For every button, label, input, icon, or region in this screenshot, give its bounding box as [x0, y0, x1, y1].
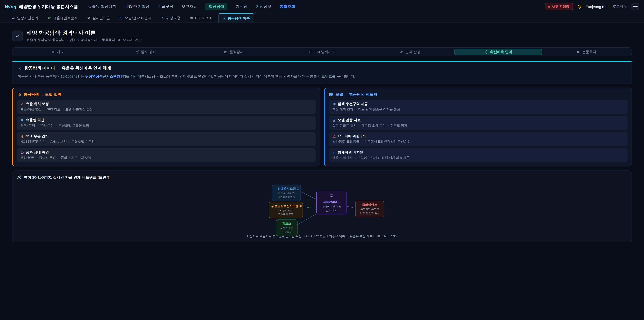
tab-overview[interactable]: 개요: [14, 49, 102, 55]
nav-item-hns-atmospheric[interactable]: HNS·대기확산: [124, 4, 149, 9]
bell-icon[interactable]: [577, 5, 581, 9]
card-search-to-model-title: 항공탐색 → 모델 입력: [17, 92, 316, 97]
node-line: SST(NGSST): [271, 209, 300, 212]
subnav-item-pollution-ship-3d[interactable]: 오염/선박3D분석: [116, 14, 155, 23]
map-icon: [309, 50, 312, 54]
plane-icon: [136, 50, 139, 54]
tab-esi-map[interactable]: ESI 방제지도: [278, 49, 366, 55]
flow-item-priority-search-zone: 탐색 우선구역 제공 확산 예측 결과 → 다음 탐색 집중구역 자동 생성: [329, 100, 628, 114]
subnav-label: 오염/선박3D분석: [125, 16, 152, 20]
linkage-intro-desc: 이문진 박사 특허(등록특허 10-1567431)는 위성영상수신시스템(SS…: [18, 74, 626, 79]
user-name[interactable]: Eunjeong Kim: [586, 5, 608, 9]
asterisk-icon: [48, 16, 51, 20]
flow-item-sst-temperature-input: SST 수온 입력 NGSST FTP 수신 → Akima 보간 → 풍화모델…: [17, 132, 316, 146]
nav-item-integrated-search[interactable]: 통합조회: [280, 4, 295, 9]
flow-item-title: SST 수온 입력: [26, 134, 49, 139]
hamburger-menu-icon[interactable]: [631, 3, 639, 10]
subnav-item-image-photo-mgmt[interactable]: 영상사진관리: [8, 14, 42, 23]
node-satellite-receiver[interactable]: 위성영상수신시스템 ③ SST(NGSST) 도호쿠대 FTP: [269, 202, 303, 218]
wing-logo: Wing: [5, 4, 16, 9]
node-line: 모델 구동: [319, 209, 344, 212]
incident-status-badge[interactable]: 사고 진행중: [544, 3, 573, 10]
node-title: 클라이언트: [358, 203, 381, 207]
subnav-item-realtime-drone[interactable]: 실시간드론: [83, 14, 114, 23]
flow-item-title: 방제자원 배치안: [338, 150, 364, 155]
flow-item-desc: 색상 분류 → 증발비 추정 → 풍화모델 초기값 보정: [20, 156, 312, 160]
radar-icon: [224, 50, 228, 54]
card-title-text: 항공탐색 → 모델 입력: [24, 92, 62, 97]
nav-item-aerial-search[interactable]: 항공탐색: [206, 3, 228, 11]
doc-chart-icon: [15, 33, 20, 39]
app-title: 해양환경 위기대응 통합시스템: [19, 4, 78, 10]
tab-area-calculation[interactable]: 면적 산정: [366, 49, 454, 55]
nav-item-weather-info[interactable]: 기상정보: [256, 4, 271, 9]
flow-item-title: 모델 검증 자료: [338, 118, 361, 123]
tab-prediction-linkage[interactable]: 확산예측 연계: [454, 49, 542, 55]
tab-label: ESI 방제지도: [314, 50, 335, 54]
node-tide-station[interactable]: 검조소 실시간 조위 조석정보: [276, 219, 298, 236]
subnav-label: 실시간드론: [92, 16, 110, 20]
thermometer-icon: [20, 135, 24, 138]
subnav-item-satellite-request[interactable]: 위성요청: [157, 14, 184, 23]
flow-item-title: 유출 위치 보정: [26, 102, 49, 106]
page-head: 해양 항공탐색·원격탐사 이론 유출유 원격탐지·항공감시 기법·ESI 방제정…: [12, 30, 632, 42]
node-title: 서버(WING): [319, 200, 344, 204]
node-line: 국립환경과학원: [275, 196, 298, 199]
tab-detection-equipment[interactable]: 탐지 장비: [102, 49, 190, 55]
node-title: 위성영상수신시스템 ③: [271, 204, 300, 208]
flow-item-response-resource-plan: 방제자원 배치안 예측 도달시간 → 오일펜스·방제정 최적 배치 좌표 제공: [329, 148, 628, 162]
flow-item-desc: 실측 유출유 위치 ↔ 예측값 오차 분석 → 정확도 평가: [332, 124, 624, 128]
card-title-text: 모델 → 항공탐색 피드백: [336, 92, 377, 97]
satellite-icon: [161, 16, 164, 20]
network-diagram: 기상예측시스템 ① 바람·기온·기압 국립환경과학원 위성영상수신시스템 ③ S…: [17, 182, 627, 233]
network-title: 특허 10-1567431 실시간 자료 연계 네트워크 (도면 9): [17, 175, 627, 180]
subnav-item-cctv-view[interactable]: CCTV 조회: [186, 14, 216, 23]
flow-item-desc: 확산경로×ESI 등급 → 항공탐색 ESI 현장확인 우선순위: [332, 140, 624, 144]
tab-label: 논문특허: [582, 50, 596, 54]
node-line: 데이터 수신·처리: [319, 205, 344, 208]
subnav-item-oil-area-analysis[interactable]: 유출유면적분석: [44, 14, 81, 23]
brand[interactable]: Wing 해양환경 위기대응 통합시스템: [5, 4, 78, 10]
node-line: 입력 및 결과 수신: [358, 212, 381, 215]
node-line: 유출지점·유출량: [358, 208, 381, 211]
siren-icon: [332, 135, 336, 138]
tab-label: 탐지 장비: [141, 50, 156, 54]
palette-icon: [20, 151, 24, 154]
flow-item-desc: 확산 예측 결과 → 다음 탐색 집중구역 자동 생성: [332, 107, 624, 112]
intro-desc-before: 이문진 박사 특허(등록특허 10-1567431)는: [18, 74, 85, 78]
tab-label: 원격탐사: [230, 50, 244, 54]
drone-icon: [87, 16, 90, 20]
card-model-to-search-title: 모델 → 항공탐색 피드백: [329, 92, 628, 97]
sst-system-link[interactable]: 위성영상수신시스템(SST): [85, 74, 126, 78]
flow-item-title: 풍화 상태 확인: [26, 150, 49, 155]
antenna-icon: [17, 93, 21, 97]
box-icon: [20, 119, 24, 122]
subnav-label: 항공탐색 이론: [228, 16, 250, 21]
flow-item-title: 유출량 역산: [26, 118, 44, 123]
doc-chart-icon: [222, 17, 226, 20]
node-weather-system[interactable]: 기상예측시스템 ① 바람·기온·기압 국립환경과학원: [272, 185, 301, 201]
tab-remote-sensing[interactable]: 원격탐사: [190, 49, 278, 55]
nav-item-board[interactable]: 게시판: [236, 4, 248, 9]
globe-icon: [51, 50, 55, 54]
flow-item-spill-volume-inversion: 유출량 역산 면적×두께 → 유량 추정 → 확산모델 유출량 보정: [17, 116, 316, 130]
subnav-label: 유출유면적분석: [53, 16, 78, 20]
link-icon: [18, 66, 22, 70]
subnav-item-aerial-search-theory[interactable]: 항공탐색 이론: [218, 14, 254, 23]
flow-item-desc: 드론·위성 영상 → GPS 좌표 → 모델 유출지점 갱신: [20, 107, 312, 112]
tab-papers-patents[interactable]: 논문특허: [542, 49, 630, 55]
sub-nav: 영상사진관리 유출유면적분석 실시간드론 오염/선박3D분석 위성요청 CCTV…: [0, 14, 644, 23]
tab-label: 면적 산정: [405, 50, 420, 54]
logout-button[interactable]: 로그아웃: [613, 4, 627, 9]
cube-3d-icon: [120, 16, 123, 20]
pin-icon: [20, 102, 24, 106]
top-bar-right: 사고 진행중 Eunjeong Kim 로그아웃: [544, 3, 639, 10]
node-server-wing[interactable]: 서버(WING) 데이터 수신·처리 모델 구동: [316, 191, 346, 214]
nav-item-reports[interactable]: 보고자료: [182, 4, 197, 9]
monitor-icon: [330, 194, 334, 198]
nav-item-emergency-rescue[interactable]: 긴급구난: [158, 4, 173, 9]
node-client[interactable]: 클라이언트 유출지점·유출량 입력 및 결과 수신: [355, 201, 384, 217]
flow-cards: 항공탐색 → 모델 입력 유출 위치 보정 드론·위성 영상 → GPS 좌표 …: [12, 88, 632, 166]
nav-item-oil-spill-prediction[interactable]: 유출유 확산예측: [88, 4, 116, 9]
pencil-icon: [400, 50, 403, 54]
